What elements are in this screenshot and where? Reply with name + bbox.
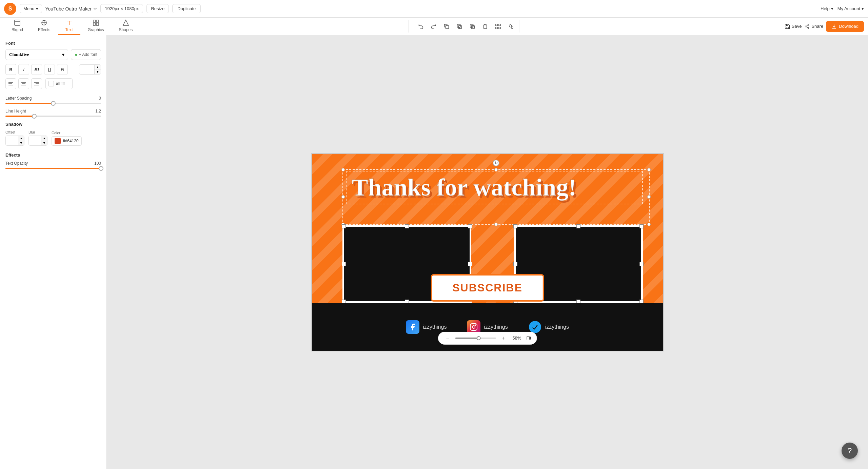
text-color-button[interactable]: #ffffff <box>45 78 73 89</box>
align-left-button[interactable] <box>5 78 16 89</box>
font-dropdown-arrow: ▾ <box>62 52 64 57</box>
vp-right-handle-tm[interactable] <box>576 224 580 228</box>
font-size-up[interactable]: ▲ <box>95 65 101 69</box>
zoom-thumb[interactable] <box>477 336 481 340</box>
svg-point-35 <box>475 325 476 325</box>
text-opacity-fill <box>5 168 101 169</box>
line-height-track[interactable] <box>5 116 101 117</box>
svg-point-22 <box>805 26 806 27</box>
font-section-title: Font <box>5 41 101 46</box>
canvas-title-text[interactable]: Thanks for watching! <box>346 171 643 204</box>
line-height-section: Line Height 1.2 <box>5 109 101 117</box>
menu-button[interactable]: Menu ▾ <box>20 4 42 13</box>
redo-button[interactable] <box>428 20 440 33</box>
font-size-input[interactable]: 129 <box>79 65 94 74</box>
duplicate-button[interactable]: Duplicate <box>172 4 201 13</box>
topbar-right: Help ▾ My Account ▾ <box>821 6 864 11</box>
toolbar-edit-group <box>413 20 519 33</box>
tab-effects[interactable]: Effects <box>31 17 58 35</box>
blur-up[interactable]: ▲ <box>41 136 47 141</box>
strikethrough-button[interactable]: S <box>57 64 68 75</box>
svg-rect-33 <box>470 324 477 330</box>
effects-section: Effects Text Opacity 100 <box>5 152 101 169</box>
align-center-button[interactable] <box>18 78 29 89</box>
vp-right-handle-tl[interactable] <box>513 224 517 228</box>
vp-right-handle-ml[interactable] <box>513 262 517 266</box>
underline-button[interactable]: U <box>44 64 55 75</box>
bold-italic-button[interactable]: BI <box>31 64 42 75</box>
svg-rect-7 <box>446 25 449 28</box>
italic-button[interactable]: I <box>18 64 29 75</box>
resize-button[interactable]: Resize <box>146 4 169 13</box>
line-height-fill <box>5 116 34 117</box>
dimensions-button[interactable]: 1920px × 1080px <box>100 4 143 13</box>
text-opacity-section: Text Opacity 100 <box>5 161 101 169</box>
offset-down[interactable]: ▼ <box>18 141 24 145</box>
align-right-button[interactable] <box>31 78 42 89</box>
zoom-in-button[interactable]: + <box>499 334 507 342</box>
instagram-handle: izzythings <box>484 324 508 330</box>
save-button[interactable]: Save <box>785 24 802 29</box>
letter-spacing-value: 0 <box>99 96 101 101</box>
line-height-thumb[interactable] <box>32 114 37 119</box>
subscribe-button[interactable]: SUBSCRIBE <box>431 274 544 302</box>
logo-button[interactable]: S <box>4 3 16 15</box>
edit-icon: ✏ <box>94 6 97 11</box>
font-dropdown[interactable]: Chunkfive ▾ <box>5 49 68 60</box>
tab-bkgnd[interactable]: Bkgnd <box>4 17 31 35</box>
main-layout: Font Chunkfive ▾ ● + Add font B I BI U S <box>0 35 868 469</box>
canvas-wrapper: ↻ Thanks for watching! <box>311 153 664 351</box>
text-opacity-track[interactable] <box>5 168 101 169</box>
tab-text[interactable]: Text <box>58 17 80 35</box>
letter-spacing-header: Letter Spacing 0 <box>5 96 101 101</box>
blur-down[interactable]: ▼ <box>41 141 47 145</box>
vp-left-handle-tl[interactable] <box>342 224 346 228</box>
account-button[interactable]: My Account ▾ <box>837 6 864 11</box>
zoom-out-button[interactable]: − <box>443 334 452 342</box>
svg-rect-10 <box>470 24 473 27</box>
canvas-frame[interactable]: ↻ Thanks for watching! <box>311 153 664 351</box>
shadow-color-text: #d64120 <box>63 139 79 143</box>
letter-spacing-label: Letter Spacing <box>5 96 32 101</box>
social-item-facebook: izzythings <box>406 320 447 334</box>
download-button[interactable]: Download <box>826 21 864 32</box>
letter-spacing-thumb[interactable] <box>51 101 56 106</box>
line-height-value: 1.2 <box>95 109 101 114</box>
letter-spacing-track[interactable] <box>5 103 101 104</box>
blur-field: Blur 0 ▲ ▼ <box>28 130 47 146</box>
toolbar-actions: Save Share Download <box>785 21 864 32</box>
blur-input[interactable]: 0 <box>29 136 41 145</box>
tab-graphics[interactable]: Graphics <box>80 17 112 35</box>
offset-label: Offset <box>5 130 24 134</box>
zoom-fit-button[interactable]: Fit <box>526 335 531 341</box>
vp-left-handle-tm[interactable] <box>405 224 409 228</box>
layer-down-button[interactable] <box>453 20 466 33</box>
svg-rect-11 <box>471 25 474 28</box>
facebook-icon[interactable] <box>406 320 419 334</box>
shadow-section: Shadow Offset 8 ▲ ▼ Blur 0 <box>5 122 101 146</box>
zoom-slider[interactable] <box>455 338 496 339</box>
copy-button[interactable] <box>440 20 453 33</box>
help-button[interactable]: Help ▾ <box>821 6 833 11</box>
layer-up-button[interactable] <box>466 20 478 33</box>
delete-button[interactable] <box>479 20 491 33</box>
help-bubble[interactable]: ? <box>842 443 858 459</box>
align-button[interactable] <box>505 20 517 33</box>
undo-button[interactable] <box>415 20 427 33</box>
font-size-down[interactable]: ▼ <box>95 69 101 74</box>
share-button[interactable]: Share <box>804 24 823 29</box>
add-font-button[interactable]: ● + Add font <box>71 49 101 60</box>
shadow-color-input[interactable]: #d64120 <box>52 136 82 146</box>
text-opacity-thumb[interactable] <box>99 166 103 171</box>
grid-button[interactable] <box>492 20 504 33</box>
project-title: YouTube Outro Maker ✏ <box>45 6 97 12</box>
svg-rect-19 <box>786 27 788 28</box>
offset-up[interactable]: ▲ <box>18 136 24 141</box>
offset-input-wrap: 8 ▲ ▼ <box>5 136 24 146</box>
tab-shapes[interactable]: Shapes <box>112 17 140 35</box>
svg-rect-16 <box>498 27 500 28</box>
vp-left-handle-ml[interactable] <box>342 262 346 266</box>
shadow-color-dot <box>55 138 61 144</box>
offset-input[interactable]: 8 <box>6 136 18 145</box>
bold-button[interactable]: B <box>5 64 16 75</box>
